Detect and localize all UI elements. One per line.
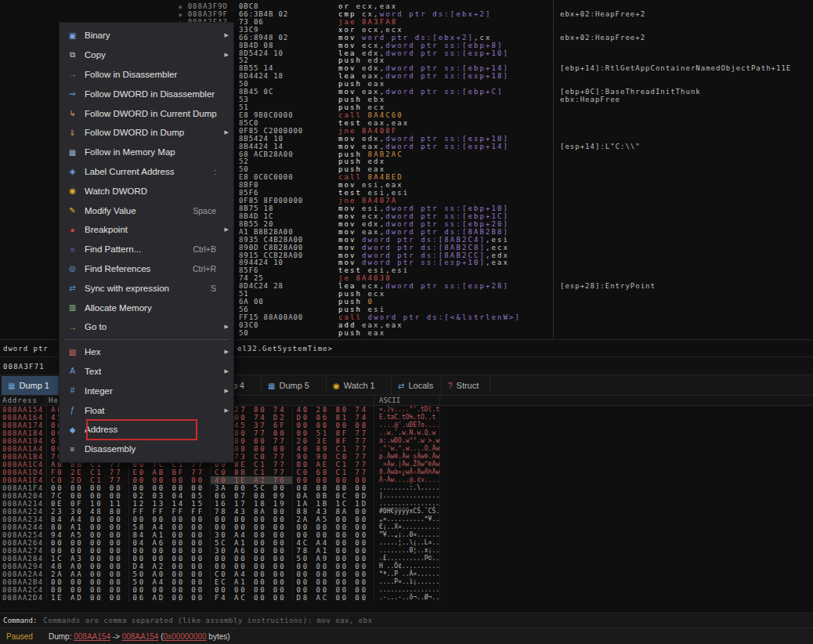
dump-hex-group: 00 00 00 00 [129,547,211,555]
menu-item-watch-dword[interactable]: ◉Watch DWORD [60,181,233,201]
disasm-comment: [esp+28]:EntryPoint [555,282,813,290]
disasm-comment [555,127,813,135]
dump-row[interactable]: 008AA2C400 00 00 0000 00 00 0000 00 00 0… [0,586,813,594]
context-menu: ▣Binary▶⧉Copy▶→Follow in Disassembler⇒Fo… [59,22,234,463]
instruction-dot-icon: ● [179,12,182,18]
tab-struct[interactable]: ?Struct [442,376,490,395]
menu-item-modify-value[interactable]: ✎Modify ValueSpace [60,201,233,220]
dump-row[interactable]: 008AA23484 A4 00 0000 00 00 0000 00 00 0… [0,516,813,523]
disasm-comment [555,251,813,259]
dump-ascii: a:.wÐO.w°°.w >.w [374,437,440,445]
dump-size-value: 0x00000000 [164,632,207,641]
dump-row[interactable]: 008AA1E4C0 2D C1 7700 00 00 0040 1E A2 7… [0,476,813,484]
disasm-bytes: 52 [239,157,338,165]
disasm-comment: [esp+14]:L"C:\\" [555,143,813,150]
command-label: Command: [0,617,43,624]
menu-item-breakpoint[interactable]: ●Breakpoint▶ [60,220,233,240]
dump-row[interactable]: 008AA2047C 00 00 0002 03 04 0506 07 08 0… [0,492,813,500]
disasm-bytes: 6A 00 [239,298,338,306]
dump-to-address-link[interactable]: 008AA154 [122,632,159,641]
locals-icon: ⇄ [398,382,404,390]
menu-item-follow-in-memory-map[interactable]: ▦Follow in Memory Map [60,143,233,162]
dump-row[interactable]: 008AA24480 A1 00 0058 A4 00 0000 00 00 0… [0,523,813,531]
disasm-row[interactable]: ● 008A3F9D0BC8or ecx,eax [0,2,813,10]
menu-item-text[interactable]: AText▶ [60,362,233,382]
dump-hex-group: 00 00 00 00 [293,531,375,539]
dump-row[interactable]: 008AA26400 00 00 0004 A6 00 005C A1 00 0… [0,539,813,547]
menu-item-address[interactable]: ◆Address [60,420,233,440]
menu-item-follow-dword-in-current-dump[interactable]: ↳Follow DWORD in Current Dump [60,103,233,123]
disasm-instruction: push 8AB2AC [338,150,555,158]
menu-item-allocate-memory[interactable]: ▥Allocate Memory [60,298,233,317]
menu-item-go-to[interactable]: →Go to▶ [60,317,233,337]
disasm-instruction: push eax [338,165,555,173]
dump-row[interactable]: 008AA25494 A5 00 0084 A1 00 0030 A4 00 0… [0,531,813,539]
menu-item-sync-with-expression[interactable]: ⇄Sync with expressionS [60,278,233,298]
status-dump-info: Dump: 008AA154 -> 008AA154 (0x00000000 b… [49,632,230,641]
dump-hex-group: 30 A6 00 00 [211,547,293,555]
tab-label: Struct [457,381,479,390]
disasm-comment [555,290,813,298]
dump-row[interactable]: 008AA2140E 0F 10 1112 13 14 1516 17 18 1… [0,500,813,508]
dump-row[interactable]: 008AA2D41E AD 00 0006 AD 00 00F4 AC 00 0… [0,594,813,602]
disasm-bytes: 52 [239,56,338,64]
menu-item-integer[interactable]: #Integer▶ [60,381,233,400]
disasm-comment [555,204,813,212]
tab-dump-5[interactable]: ▦Dump 5 [262,376,327,395]
dump-hex-group: 00 51 8F 77 [293,429,375,437]
menu-item-binary[interactable]: ▣Binary▶ [60,26,233,45]
menu-item-float[interactable]: ƒFloat▶ [60,400,233,420]
menu-item-disassembly[interactable]: ≡Disassembly [60,440,233,459]
disasm-bytes: 8B75 18 [239,204,338,212]
address-icon: ◆ [67,424,78,436]
disasm-comment [555,244,813,251]
disasm-bytes: 85C0 [239,119,338,127]
dump-row[interactable]: 008AA2B400 00 00 0050 A4 00 00EC A1 00 0… [0,578,813,586]
disasm-comment [555,26,813,34]
menu-item-follow-dword-in-disassembler[interactable]: ⇒Follow DWORD in Disassembler [60,84,233,103]
menu-item-follow-dword-in-dump[interactable]: ⇓Follow DWORD in Dump▶ [60,123,233,143]
dump-row[interactable]: 008AA27400 00 00 0000 00 00 0030 A6 00 0… [0,547,813,555]
disasm-bytes: 8935 C4B28A00 [239,236,338,244]
menu-item-follow-in-disassembler[interactable]: →Follow in Disassembler [60,65,233,85]
dump-hex-group: 2A AA 00 00 [47,570,129,578]
dump-row[interactable]: 008AA29448 A0 00 00D4 A2 00 0000 00 00 0… [0,563,813,570]
follow-dword-current-dump-icon: ↳ [67,107,78,119]
submenu-arrow-icon: ▶ [221,129,229,136]
menu-item-hex[interactable]: ▧Hex▶ [60,342,233,362]
dump-icon: ▦ [268,382,275,390]
menu-item-find-pattern[interactable]: ○Find Pattern...Ctrl+B [60,240,233,259]
dump-hex-group: 00 00 00 00 [47,539,129,547]
menu-item-label: Watch DWORD [85,186,221,196]
dump-row-address: 008AA2B4 [0,578,47,586]
disasm-comment [555,173,813,181]
dump-row-address: 008AA174 [0,421,47,429]
menu-item-find-references[interactable]: ◎Find ReferencesCtrl+R [60,259,233,279]
dump-hex-group: 23 30 48 80 [47,508,129,516]
dump-from-address-link[interactable]: 008AA154 [74,632,110,641]
submenu-arrow-icon: ▶ [221,368,229,374]
tab-dump-1[interactable]: ▦Dump 1 [2,376,67,395]
dump-row-address: 008AA264 [0,539,47,547]
tab-watch-1[interactable]: ◉Watch 1 [327,376,392,395]
menu-item-copy[interactable]: ⧉Copy▶ [60,45,233,65]
dump-row[interactable]: 008AA1D4F0 2E C1 77E0 AB BF 77C0 8B C1 7… [0,469,813,476]
dump-hex-group: 80 A1 00 00 [47,523,129,531]
dump-row[interactable]: 008AA22423 30 48 80FF FF FF FF78 43 8A 0… [0,508,813,516]
disasm-instruction: mov eax,dword ptr ds:[8AB2B8] [338,228,555,236]
menu-item-label-current-address[interactable]: ◈Label Current Address: [60,162,233,182]
dump-row[interactable]: 008AA1F400 00 00 0000 00 00 003A 00 5C 0… [0,484,813,492]
disasm-comment [555,135,813,143]
dump-ascii: p.Àw®.Àw sÀw®.Àw [374,453,440,461]
disasm-instruction: mov edx,dword ptr ss:[ebp+14] [338,64,555,72]
dump-row[interactable]: 008AA2841C A3 00 0000 00 00 0000 00 00 0… [0,555,813,563]
command-input[interactable]: Commands are comma separated (like assem… [43,615,813,627]
dump-row[interactable]: 008AA2A42A AA 00 0050 A0 00 00C0 A4 00 0… [0,570,813,578]
menu-item-label: Follow in Disassembler [85,70,221,79]
disasm-bytes: 50 [239,329,338,337]
dump-hex-group: 06 07 08 09 [211,492,293,500]
disasm-instruction: mov edx,dword ptr ss:[esp+10] [338,135,555,143]
tab-locals[interactable]: ⇄Locals [392,376,442,395]
disasm-row[interactable]: ● 008A3F9F66:3B4B 02cmp cx,word ptr ds:[… [0,10,813,18]
dump-hex-group: 00 00 00 00 [47,586,129,594]
